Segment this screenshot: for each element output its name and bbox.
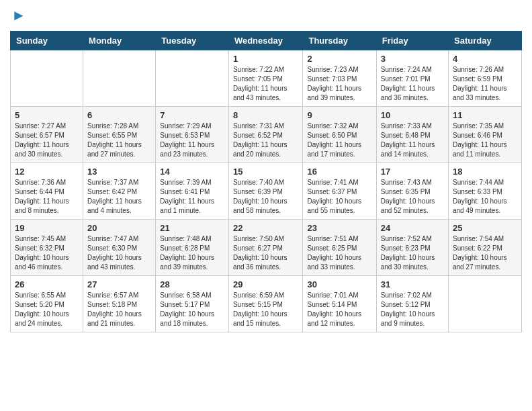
logo: ► xyxy=(10,7,26,24)
weekday-header-tuesday: Tuesday xyxy=(156,32,229,50)
calendar-cell xyxy=(156,50,229,107)
calendar-cell: 15Sunrise: 7:40 AM Sunset: 6:39 PM Dayli… xyxy=(228,163,303,220)
calendar-cell: 13Sunrise: 7:37 AM Sunset: 6:42 PM Dayli… xyxy=(83,163,156,220)
day-number: 15 xyxy=(233,167,299,177)
day-info: Sunrise: 7:27 AM Sunset: 6:57 PM Dayligh… xyxy=(15,122,79,159)
day-number: 22 xyxy=(233,223,299,233)
day-info: Sunrise: 7:31 AM Sunset: 6:52 PM Dayligh… xyxy=(233,122,299,159)
day-info: Sunrise: 7:52 AM Sunset: 6:23 PM Dayligh… xyxy=(381,234,444,272)
page: ► SundayMondayTuesdayWednesdayThursdayFr… xyxy=(0,0,532,411)
day-number: 6 xyxy=(87,110,151,120)
calendar-cell: 29Sunrise: 6:59 AM Sunset: 5:15 PM Dayli… xyxy=(228,276,303,332)
weekday-header-monday: Monday xyxy=(83,32,156,50)
calendar-cell: 14Sunrise: 7:39 AM Sunset: 6:41 PM Dayli… xyxy=(156,163,229,220)
day-number: 1 xyxy=(233,54,299,64)
day-info: Sunrise: 6:57 AM Sunset: 5:18 PM Dayligh… xyxy=(87,291,151,328)
calendar-cell: 5Sunrise: 7:27 AM Sunset: 6:57 PM Daylig… xyxy=(11,107,83,163)
calendar-cell: 23Sunrise: 7:51 AM Sunset: 6:25 PM Dayli… xyxy=(303,220,376,276)
calendar-cell: 9Sunrise: 7:32 AM Sunset: 6:50 PM Daylig… xyxy=(303,107,376,163)
calendar-cell: 22Sunrise: 7:50 AM Sunset: 6:27 PM Dayli… xyxy=(228,220,303,276)
day-info: Sunrise: 7:35 AM Sunset: 6:46 PM Dayligh… xyxy=(453,122,517,159)
calendar-cell: 1Sunrise: 7:22 AM Sunset: 7:05 PM Daylig… xyxy=(228,50,303,107)
header: ► xyxy=(10,7,522,24)
weekday-header-saturday: Saturday xyxy=(449,32,522,50)
day-number: 30 xyxy=(307,279,371,289)
calendar-cell: 19Sunrise: 7:45 AM Sunset: 6:32 PM Dayli… xyxy=(11,220,83,276)
calendar-cell: 24Sunrise: 7:52 AM Sunset: 6:23 PM Dayli… xyxy=(376,220,448,276)
week-row-2: 5Sunrise: 7:27 AM Sunset: 6:57 PM Daylig… xyxy=(11,107,522,163)
day-info: Sunrise: 7:33 AM Sunset: 6:48 PM Dayligh… xyxy=(381,122,444,159)
day-info: Sunrise: 7:41 AM Sunset: 6:37 PM Dayligh… xyxy=(307,178,371,216)
day-info: Sunrise: 7:36 AM Sunset: 6:44 PM Dayligh… xyxy=(15,178,79,216)
day-info: Sunrise: 7:50 AM Sunset: 6:27 PM Dayligh… xyxy=(233,234,299,272)
day-number: 3 xyxy=(381,54,444,64)
day-number: 23 xyxy=(307,223,371,233)
day-number: 24 xyxy=(381,223,444,233)
day-number: 20 xyxy=(87,223,151,233)
day-info: Sunrise: 7:40 AM Sunset: 6:39 PM Dayligh… xyxy=(233,178,299,216)
day-info: Sunrise: 7:37 AM Sunset: 6:42 PM Dayligh… xyxy=(87,178,151,216)
day-info: Sunrise: 7:28 AM Sunset: 6:55 PM Dayligh… xyxy=(87,122,151,159)
day-number: 5 xyxy=(15,110,79,120)
day-info: Sunrise: 7:23 AM Sunset: 7:03 PM Dayligh… xyxy=(307,65,371,103)
day-number: 9 xyxy=(307,110,371,120)
weekday-header-row: SundayMondayTuesdayWednesdayThursdayFrid… xyxy=(11,32,522,50)
day-info: Sunrise: 7:51 AM Sunset: 6:25 PM Dayligh… xyxy=(307,234,371,272)
calendar-cell: 4Sunrise: 7:26 AM Sunset: 6:59 PM Daylig… xyxy=(449,50,522,107)
day-info: Sunrise: 7:54 AM Sunset: 6:22 PM Dayligh… xyxy=(453,234,517,272)
calendar-cell: 3Sunrise: 7:24 AM Sunset: 7:01 PM Daylig… xyxy=(376,50,448,107)
day-number: 28 xyxy=(160,279,224,289)
day-info: Sunrise: 7:44 AM Sunset: 6:33 PM Dayligh… xyxy=(453,178,517,216)
calendar-cell: 17Sunrise: 7:43 AM Sunset: 6:35 PM Dayli… xyxy=(376,163,448,220)
day-info: Sunrise: 7:39 AM Sunset: 6:41 PM Dayligh… xyxy=(160,178,224,216)
calendar-cell: 8Sunrise: 7:31 AM Sunset: 6:52 PM Daylig… xyxy=(228,107,303,163)
calendar-cell: 25Sunrise: 7:54 AM Sunset: 6:22 PM Dayli… xyxy=(449,220,522,276)
week-row-4: 19Sunrise: 7:45 AM Sunset: 6:32 PM Dayli… xyxy=(11,220,522,276)
day-info: Sunrise: 7:45 AM Sunset: 6:32 PM Dayligh… xyxy=(15,234,79,272)
day-number: 10 xyxy=(381,110,444,120)
calendar-cell: 11Sunrise: 7:35 AM Sunset: 6:46 PM Dayli… xyxy=(449,107,522,163)
day-number: 18 xyxy=(453,167,517,177)
day-number: 17 xyxy=(381,167,444,177)
day-number: 21 xyxy=(160,223,224,233)
day-number: 12 xyxy=(15,167,79,177)
day-info: Sunrise: 7:48 AM Sunset: 6:28 PM Dayligh… xyxy=(160,234,224,272)
calendar-cell: 20Sunrise: 7:47 AM Sunset: 6:30 PM Dayli… xyxy=(83,220,156,276)
day-number: 14 xyxy=(160,167,224,177)
weekday-header-friday: Friday xyxy=(376,32,448,50)
day-number: 2 xyxy=(307,54,371,64)
calendar-table: SundayMondayTuesdayWednesdayThursdayFrid… xyxy=(10,31,522,332)
calendar-cell: 6Sunrise: 7:28 AM Sunset: 6:55 PM Daylig… xyxy=(83,107,156,163)
calendar-cell: 27Sunrise: 6:57 AM Sunset: 5:18 PM Dayli… xyxy=(83,276,156,332)
day-info: Sunrise: 7:24 AM Sunset: 7:01 PM Dayligh… xyxy=(381,65,444,103)
day-number: 7 xyxy=(160,110,224,120)
day-number: 16 xyxy=(307,167,371,177)
day-number: 25 xyxy=(453,223,517,233)
calendar-cell: 28Sunrise: 6:58 AM Sunset: 5:17 PM Dayli… xyxy=(156,276,229,332)
day-number: 31 xyxy=(381,279,444,289)
weekday-header-sunday: Sunday xyxy=(11,32,83,50)
week-row-3: 12Sunrise: 7:36 AM Sunset: 6:44 PM Dayli… xyxy=(11,163,522,220)
weekday-header-thursday: Thursday xyxy=(303,32,376,50)
day-number: 29 xyxy=(233,279,299,289)
day-info: Sunrise: 7:26 AM Sunset: 6:59 PM Dayligh… xyxy=(453,65,517,103)
day-number: 8 xyxy=(233,110,299,120)
day-info: Sunrise: 7:29 AM Sunset: 6:53 PM Dayligh… xyxy=(160,122,224,159)
calendar-cell xyxy=(449,276,522,332)
calendar-cell: 7Sunrise: 7:29 AM Sunset: 6:53 PM Daylig… xyxy=(156,107,229,163)
calendar-cell: 31Sunrise: 7:02 AM Sunset: 5:12 PM Dayli… xyxy=(376,276,448,332)
calendar-cell: 18Sunrise: 7:44 AM Sunset: 6:33 PM Dayli… xyxy=(449,163,522,220)
day-info: Sunrise: 7:43 AM Sunset: 6:35 PM Dayligh… xyxy=(381,178,444,216)
calendar-cell xyxy=(83,50,156,107)
day-info: Sunrise: 7:01 AM Sunset: 5:14 PM Dayligh… xyxy=(307,291,371,328)
day-info: Sunrise: 7:47 AM Sunset: 6:30 PM Dayligh… xyxy=(87,234,151,272)
day-number: 13 xyxy=(87,167,151,177)
day-info: Sunrise: 7:02 AM Sunset: 5:12 PM Dayligh… xyxy=(381,291,444,328)
calendar-cell: 10Sunrise: 7:33 AM Sunset: 6:48 PM Dayli… xyxy=(376,107,448,163)
day-info: Sunrise: 6:55 AM Sunset: 5:20 PM Dayligh… xyxy=(15,291,79,328)
calendar-cell: 30Sunrise: 7:01 AM Sunset: 5:14 PM Dayli… xyxy=(303,276,376,332)
calendar-cell: 26Sunrise: 6:55 AM Sunset: 5:20 PM Dayli… xyxy=(11,276,83,332)
weekday-header-wednesday: Wednesday xyxy=(228,32,303,50)
calendar-cell: 12Sunrise: 7:36 AM Sunset: 6:44 PM Dayli… xyxy=(11,163,83,220)
day-number: 4 xyxy=(453,54,517,64)
